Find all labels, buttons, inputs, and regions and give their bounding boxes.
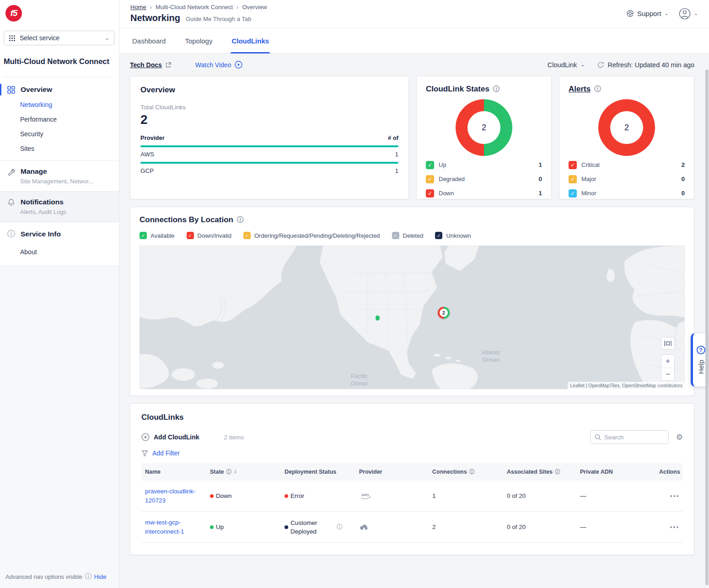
column-private-adn[interactable]: Private ADN (576, 469, 655, 475)
column-connections[interactable]: Connections ⓘ (429, 468, 503, 476)
leaflet-credit[interactable]: Leaflet (570, 383, 585, 388)
map-cluster-marker[interactable]: 2 (438, 307, 450, 319)
alerts-card-title[interactable]: Alerts (569, 85, 591, 94)
info-icon[interactable]: ⓘ (594, 85, 601, 93)
provider-name: GCP (140, 167, 154, 174)
sidebar-item-service-info[interactable]: ⓘ Service Info About (0, 222, 119, 266)
checkbox-degraded[interactable]: ✓ (426, 175, 434, 183)
map-card-title: Connections By Location (140, 215, 233, 225)
tiles-credit[interactable]: OpenMapTiles, OpenStreetMap contributors (588, 383, 682, 388)
row-actions-menu[interactable] (670, 526, 678, 528)
sidebar-item-about[interactable]: About (0, 245, 119, 259)
checkbox-unknown[interactable]: ✓ (435, 232, 442, 239)
sidebar-item-performance[interactable]: Performance (0, 112, 119, 127)
legend-item-ordering[interactable]: ✓ Ordering/Requested/Pending/Deleting/Re… (243, 232, 380, 239)
legend-item-minor[interactable]: ✓ Minor 0 (569, 186, 685, 200)
info-icon[interactable]: ⓘ (237, 216, 243, 224)
checkbox-down-invalid[interactable]: ✓ (187, 232, 194, 239)
svg-text:aws: aws (361, 492, 369, 497)
tech-docs-link[interactable]: Tech Docs (130, 61, 172, 69)
deployment-dot (285, 525, 288, 529)
add-cloudlink-label: Add CloudLink (154, 433, 199, 441)
map-point-marker[interactable] (376, 315, 380, 321)
column-provider[interactable]: Provider (355, 469, 429, 475)
zoom-out-button[interactable]: − (661, 368, 674, 380)
sidebar-item-sites[interactable]: Sites (0, 141, 119, 156)
legend-item-critical[interactable]: ✓ Critical 2 (569, 158, 685, 172)
checkbox-minor[interactable]: ✓ (569, 189, 577, 198)
world-map[interactable]: PacificOcean AtlanticOcean 2 + − Leaf (140, 246, 685, 389)
breadcrumb-mid[interactable]: Multi-Cloud Network Connect (156, 4, 233, 11)
info-icon[interactable]: ⓘ (469, 468, 475, 476)
gcp-cloud-icon (359, 524, 369, 531)
column-state[interactable]: State ⓘ ▲▼ (206, 468, 281, 476)
refresh-icon (597, 61, 604, 69)
checkbox-ordering[interactable]: ✓ (243, 232, 251, 239)
info-icon[interactable]: ⓘ (226, 468, 232, 476)
add-filter-button[interactable]: Add Filter (141, 449, 683, 457)
total-cloudlinks-label: Total CloudLinks (140, 104, 398, 111)
legend-item-unknown[interactable]: ✓ Unknown (435, 232, 471, 239)
tab-topology[interactable]: Topology (184, 28, 213, 53)
tab-dashboard[interactable]: Dashboard (131, 28, 167, 53)
sidebar-item-networking[interactable]: Networking (0, 97, 119, 112)
info-icon[interactable]: ⓘ (555, 468, 560, 476)
legend-item-down[interactable]: ✓ Down 1 (426, 186, 542, 200)
map-fit-bounds-button[interactable] (661, 337, 675, 350)
zoom-in-button[interactable]: + (661, 355, 674, 368)
checkbox-deleted[interactable]: ✓ (392, 232, 399, 239)
f5-logo[interactable]: f5 (5, 5, 22, 21)
sidebar-item-manage[interactable]: Manage Site Management, Networ... (0, 160, 119, 191)
legend-item-up[interactable]: ✓ Up 1 (426, 158, 542, 172)
column-name[interactable]: Name (141, 469, 206, 475)
checkbox-down[interactable]: ✓ (426, 189, 434, 198)
legend-label: Ordering/Requested/Pending/Deleting/Reje… (254, 232, 380, 239)
refresh-label: Refresh: Updated 40 min ago (608, 61, 694, 69)
column-associated-sites[interactable]: Associated Sites ⓘ (503, 468, 576, 476)
page-scrollbar[interactable] (705, 69, 709, 585)
column-actions: Actions (655, 469, 685, 475)
info-icon: ⓘ (7, 229, 15, 239)
legend-item-down-invalid[interactable]: ✓ Down/Invalid (187, 232, 231, 239)
sort-icon[interactable]: ▲▼ (234, 470, 237, 474)
state-dot (210, 494, 214, 498)
user-menu[interactable]: ⌄ (679, 8, 698, 20)
checkbox-up[interactable]: ✓ (426, 161, 434, 169)
column-deployment-status[interactable]: Deployment Status (281, 469, 355, 475)
gear-icon[interactable]: ⚙ (676, 433, 683, 442)
tab-cloudlinks[interactable]: CloudLinks (231, 28, 270, 53)
search-input[interactable] (604, 434, 655, 441)
info-icon[interactable]: ⓘ (493, 85, 500, 93)
support-menu[interactable]: Support ⌄ (626, 10, 669, 17)
map-attribution: Leaflet | OpenMapTiles, OpenStreetMap co… (568, 382, 685, 389)
add-cloudlink-button[interactable]: Add CloudLink (141, 433, 199, 441)
info-icon[interactable]: ⓘ (337, 523, 343, 531)
checkbox-available[interactable]: ✓ (140, 232, 147, 239)
table-search[interactable] (590, 430, 669, 444)
sidebar-item-overview[interactable]: Overview (0, 82, 119, 97)
aws-logo-icon: aws (359, 492, 373, 500)
refresh-button[interactable]: Refresh: Updated 40 min ago (597, 61, 694, 69)
select-service-dropdown[interactable]: Select service ⌄ (4, 31, 114, 45)
checkbox-major[interactable]: ✓ (569, 175, 577, 183)
cloudlink-name-link[interactable]: mw-test-gcp-interconnect-1 (145, 518, 199, 536)
legend-item-major[interactable]: ✓ Major 0 (569, 172, 685, 186)
row-actions-menu[interactable] (670, 495, 678, 497)
sidebar-item-notifications[interactable]: Notifications Alerts, Audit Logs (0, 191, 119, 222)
sidebar-item-security[interactable]: Security (0, 127, 119, 141)
count-column-header: # of (388, 134, 398, 141)
cloudlink-scope-dropdown[interactable]: CloudLink ⌄ (548, 61, 585, 69)
states-card-title: CloudLink States (426, 85, 489, 94)
tech-docs-label: Tech Docs (130, 61, 162, 69)
legend-item-available[interactable]: ✓ Available (140, 232, 175, 239)
cloudlink-name-link[interactable]: praveen-cloudlink-120723 (145, 487, 199, 505)
cloudlinks-card-title: CloudLinks (141, 413, 683, 422)
breadcrumb-home[interactable]: Home (130, 4, 146, 11)
checkbox-critical[interactable]: ✓ (569, 161, 577, 169)
watch-video-link[interactable]: Watch Video (195, 61, 243, 69)
hide-nav-link[interactable]: Hide (94, 573, 107, 580)
overview-card: Overview Total CloudLinks 2 Provider # o… (130, 76, 409, 199)
legend-item-deleted[interactable]: ✓ Deleted (392, 232, 424, 239)
legend-item-degraded[interactable]: ✓ Degraded 0 (426, 172, 542, 186)
guide-me-link[interactable]: Guide Me Through a Tab (186, 16, 251, 22)
